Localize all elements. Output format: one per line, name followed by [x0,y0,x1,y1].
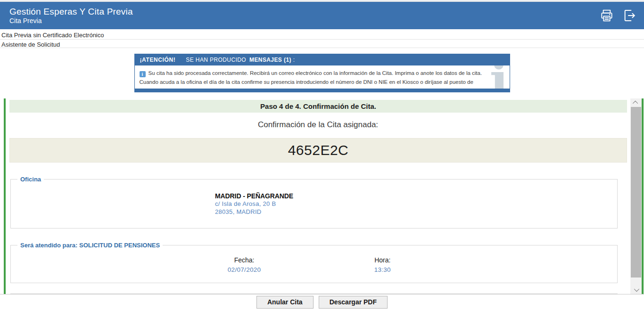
appointment-details: Fecha: 02/07/2020 Hora: 13:30 [11,249,617,283]
appointment-service-name: SOLICITUD DE PENSIONES [79,242,160,249]
alert-body: iSu cita ha sido procesada correctamente… [134,65,510,89]
content-inner: Paso 4 de 4. Confirmación de Cita. Confi… [6,98,630,294]
vertical-scrollbar[interactable] [630,98,642,294]
alert-footer-bar [134,89,510,92]
print-icon[interactable] [599,8,615,24]
step-banner: Paso 4 de 4. Confirmación de Cita. [9,100,627,113]
alert-box: ¡ATENCIÓN! SE HAN PRODUCIDO MENSAJES (1)… [134,54,510,92]
breadcrumb-line-2: Asistente de Solicitud [0,40,644,48]
appointment-fieldset: Será atendido para: SOLICITUD DE PENSION… [10,242,618,283]
alert-message: Su cita ha sido procesada correctamente.… [140,70,482,89]
breadcrumb-line-1: Cita Previa sin Certificado Electrónico [0,29,644,40]
header-icons [599,8,637,24]
time-value: 13:30 [322,266,443,273]
app-header: Gestión Esperas Y Cita Previa Cita Previ… [0,2,644,29]
office-address-line2: 28035, MADRID [215,208,617,216]
alert-produced-label: SE HAN PRODUCIDO [186,57,246,63]
date-column: Fecha: 02/07/2020 [184,256,305,273]
appointment-code-box: 4652E2C [9,138,627,163]
appointment-legend: Será atendido para: SOLICITUD DE PENSION… [17,242,163,249]
scroll-content-region: Paso 4 de 4. Confirmación de Cita. Confi… [0,98,644,294]
chevron-up-icon [633,101,638,106]
action-bar: Anular Cita Descargar PDF [0,294,644,310]
confirmation-subtitle: Confirmación de la Cita asignada: [6,120,630,130]
appointment-code: 4652E2C [288,142,349,158]
time-label: Hora: [322,256,443,264]
date-value: 02/07/2020 [184,266,305,273]
date-label: Fecha: [184,256,305,264]
alert-messages-count: MENSAJES (1) [249,57,291,63]
logout-icon[interactable] [621,8,637,24]
scrollbar-down-arrow[interactable] [630,286,642,294]
download-pdf-button[interactable]: Descargar PDF [319,296,388,309]
office-address-line1: c/ Isla de Arosa, 20 B [215,200,617,208]
alert-header: ¡ATENCIÓN! SE HAN PRODUCIDO MENSAJES (1)… [134,54,510,65]
scrollbar-up-arrow[interactable] [630,98,642,107]
office-details: MADRID - PEÑAGRANDE c/ Isla de Arosa, 20… [11,183,617,228]
page-subtitle: Cita Previa [9,17,133,25]
cancel-appointment-button[interactable]: Anular Cita [256,296,314,309]
header-titles: Gestión Esperas Y Cita Previa Cita Previ… [9,6,133,25]
clipped-next-section [10,294,618,294]
chevron-down-icon [634,286,639,292]
page-title: Gestión Esperas Y Cita Previa [9,6,133,17]
time-column: Hora: 13:30 [322,256,443,273]
alert-colon: : [293,57,295,63]
alert-message-text: iSu cita ha sido procesada correctamente… [140,69,494,89]
info-icon: i [140,71,146,77]
content-right-accent-border [642,98,644,294]
office-fieldset: Oficina MADRID - PEÑAGRANDE c/ Isla de A… [10,176,618,228]
appointment-legend-prefix: Será atendido para: [20,242,79,249]
alert-attention-label: ¡ATENCIÓN! [140,57,176,63]
scrollbar-thumb[interactable] [631,107,641,277]
office-name: MADRID - PEÑAGRANDE [215,192,617,200]
office-legend: Oficina [17,176,44,183]
